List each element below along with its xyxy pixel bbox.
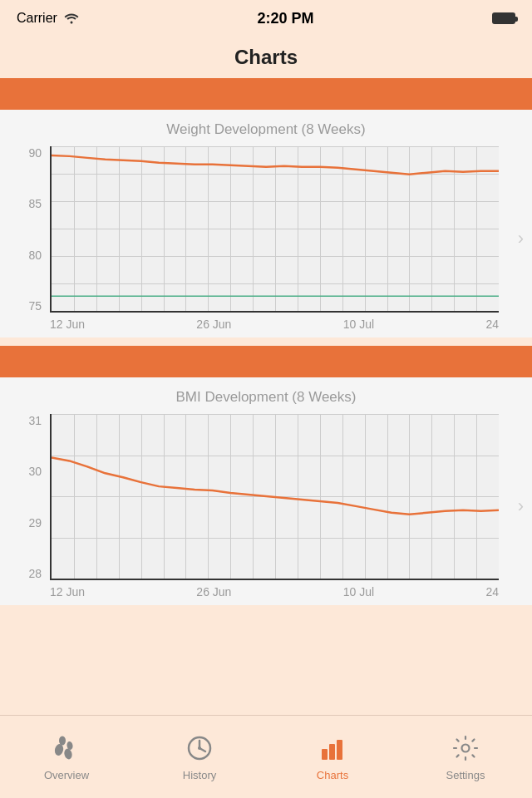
bar-chart-icon bbox=[317, 732, 348, 764]
weight-chart-area bbox=[50, 146, 499, 313]
nav-label-charts: Charts bbox=[317, 769, 348, 781]
weight-x-3: 24 bbox=[485, 318, 499, 331]
weight-x-0: 12 Jun bbox=[50, 318, 85, 331]
bmi-chart-container: 31 30 29 28 bbox=[50, 414, 499, 598]
svg-point-4 bbox=[63, 748, 73, 761]
bmi-x-1: 26 Jun bbox=[196, 585, 231, 598]
bmi-y-label-3: 28 bbox=[4, 567, 42, 580]
svg-rect-11 bbox=[337, 740, 342, 760]
weight-chart-chevron[interactable]: › bbox=[518, 228, 524, 249]
bottom-nav: Overview History Charts bbox=[0, 715, 532, 798]
weight-chart-container: 90 85 80 75 bbox=[50, 146, 499, 331]
bmi-x-axis: 12 Jun 26 Jun 10 Jul 24 bbox=[50, 585, 499, 598]
wifi-icon bbox=[64, 12, 79, 24]
clock-icon bbox=[184, 732, 215, 764]
nav-item-settings[interactable]: Settings bbox=[399, 732, 532, 781]
weight-chart-section: Weight Development (8 Weeks) 90 85 80 75 bbox=[0, 110, 532, 337]
nav-label-overview: Overview bbox=[44, 769, 89, 781]
bmi-y-label-0: 31 bbox=[4, 414, 42, 427]
weight-y-label-3: 75 bbox=[4, 299, 42, 313]
carrier-label: Carrier bbox=[17, 11, 57, 26]
bmi-y-label-2: 29 bbox=[4, 516, 42, 530]
status-left: Carrier bbox=[17, 11, 79, 26]
weight-x-1: 26 Jun bbox=[196, 318, 231, 331]
nav-label-history: History bbox=[183, 769, 216, 781]
svg-point-12 bbox=[462, 745, 470, 752]
bmi-y-axis: 31 30 29 28 bbox=[4, 414, 42, 580]
bmi-x-0: 12 Jun bbox=[50, 585, 85, 598]
weight-y-label-2: 80 bbox=[4, 249, 42, 262]
bmi-line-svg bbox=[52, 414, 499, 579]
nav-item-overview[interactable]: Overview bbox=[0, 732, 133, 781]
status-bar: Carrier 2:20 PM bbox=[0, 0, 532, 37]
nav-item-history[interactable]: History bbox=[133, 732, 266, 781]
svg-rect-10 bbox=[329, 744, 335, 760]
orange-separator-1 bbox=[0, 78, 532, 110]
nav-label-settings: Settings bbox=[446, 769, 485, 781]
battery-icon bbox=[492, 12, 515, 24]
bmi-chart-title: BMI Development (8 Weeks) bbox=[0, 389, 532, 406]
page-title: Charts bbox=[234, 46, 298, 69]
weight-chart-title: Weight Development (8 Weeks) bbox=[0, 121, 532, 138]
bmi-y-label-1: 30 bbox=[4, 465, 42, 478]
weight-y-label-0: 90 bbox=[4, 146, 42, 160]
svg-point-1 bbox=[59, 736, 66, 746]
svg-rect-9 bbox=[322, 749, 328, 760]
status-time: 2:20 PM bbox=[257, 10, 313, 27]
status-right bbox=[492, 12, 515, 24]
main-content: Weight Development (8 Weeks) 90 85 80 75 bbox=[0, 78, 532, 715]
weight-y-axis: 90 85 80 75 bbox=[4, 146, 42, 313]
weight-y-label-1: 85 bbox=[4, 197, 42, 210]
orange-separator-2 bbox=[0, 346, 532, 377]
weight-x-2: 10 Jul bbox=[343, 318, 374, 331]
gear-icon bbox=[450, 732, 481, 764]
bmi-chart-chevron[interactable]: › bbox=[518, 495, 524, 517]
footprint-icon bbox=[51, 732, 82, 764]
bmi-x-2: 10 Jul bbox=[343, 585, 374, 598]
weight-x-axis: 12 Jun 26 Jun 10 Jul 24 bbox=[50, 318, 499, 331]
bmi-x-3: 24 bbox=[485, 585, 499, 598]
nav-item-charts[interactable]: Charts bbox=[266, 732, 399, 781]
bmi-chart-area bbox=[50, 414, 499, 580]
bmi-chart-section: BMI Development (8 Weeks) 31 30 29 28 bbox=[0, 377, 532, 605]
weight-line-svg bbox=[52, 146, 499, 311]
svg-point-8 bbox=[198, 746, 201, 750]
page-header: Charts bbox=[0, 37, 532, 78]
